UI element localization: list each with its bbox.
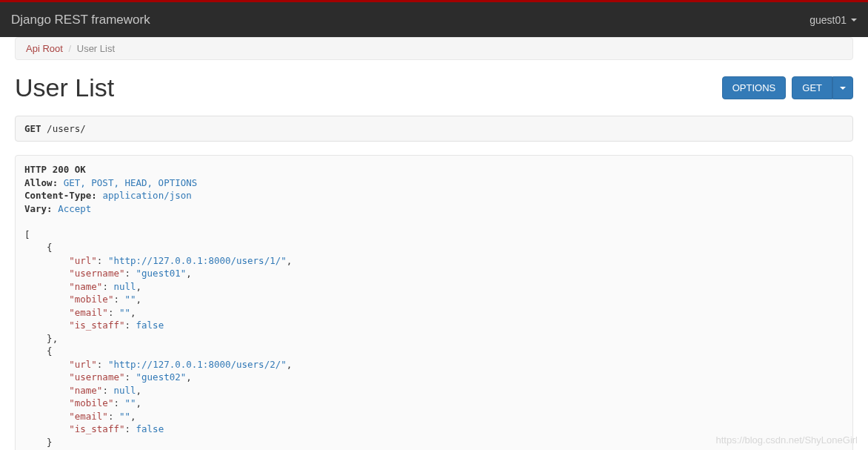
breadcrumb-separator: /: [66, 43, 75, 54]
user-menu[interactable]: guest01: [809, 14, 857, 26]
response-box: HTTP 200 OK Allow: GET, POST, HEAD, OPTI…: [15, 155, 853, 450]
breadcrumb-current: User List: [77, 43, 115, 54]
breadcrumb: Api Root / User List: [15, 37, 853, 60]
page-title: User List: [15, 73, 114, 102]
request-info: GET /users/: [15, 116, 853, 142]
get-button[interactable]: GET: [792, 76, 832, 99]
get-dropdown-button[interactable]: [832, 76, 853, 99]
navbar: Django REST framework guest01: [0, 2, 868, 37]
breadcrumb-root-link[interactable]: Api Root: [26, 43, 63, 54]
options-button[interactable]: OPTIONS: [722, 76, 787, 99]
page-header-row: User List OPTIONS GET: [15, 73, 853, 102]
brand-link[interactable]: Django REST framework: [11, 13, 150, 27]
chevron-down-icon: [851, 19, 857, 21]
request-method: GET: [24, 123, 41, 134]
user-name: guest01: [809, 14, 847, 26]
get-button-group: GET: [792, 76, 853, 99]
action-buttons: OPTIONS GET: [722, 76, 853, 99]
chevron-down-icon: [840, 87, 846, 90]
main-content: User List OPTIONS GET GET /users/ HTTP 2…: [0, 60, 868, 450]
request-path: /users/: [47, 123, 86, 134]
